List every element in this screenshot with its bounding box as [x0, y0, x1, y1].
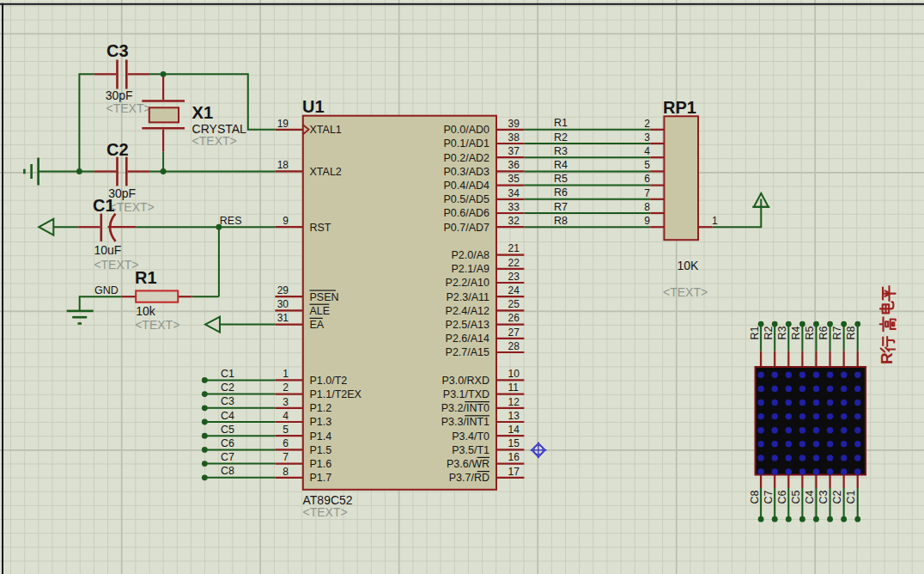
pin-number: 5 — [283, 424, 289, 436]
c3-ref-label: C3 — [106, 41, 129, 60]
pin-number: 28 — [508, 340, 520, 352]
pin-name: P1.6 — [310, 458, 332, 470]
led-dot — [827, 400, 833, 406]
net-label: C7 — [221, 451, 234, 463]
led-matrix[interactable] — [756, 367, 866, 475]
led-dot — [786, 441, 792, 447]
rp1-pin-number: 4 — [644, 145, 650, 157]
matrix-bottom-pin-label: C2 — [831, 490, 843, 504]
junction-dot — [813, 516, 819, 522]
led-dot — [813, 386, 819, 392]
rp1-text-placeholder: <TEXT> — [663, 285, 708, 299]
led-dot — [799, 468, 805, 474]
pin-number: 27 — [508, 327, 520, 339]
led-dot — [813, 372, 819, 378]
pin-name: XTAL1 — [310, 124, 342, 136]
pin-number: 1 — [283, 368, 289, 380]
net-label: R1 — [554, 117, 568, 129]
junction-dot — [202, 461, 208, 467]
pin-name: P3.5/T1 — [452, 444, 489, 456]
pin-number: 10 — [508, 368, 520, 380]
pin-name: P1.4 — [310, 430, 332, 443]
led-dot — [827, 455, 833, 461]
pin-number: 11 — [508, 382, 520, 394]
pin-name: P0.3/AD3 — [443, 166, 489, 178]
led-dot — [841, 455, 847, 461]
pin-number: 30 — [277, 298, 289, 310]
led-dot — [854, 455, 860, 461]
net-label: C4 — [221, 410, 234, 422]
junction-dot — [758, 321, 764, 327]
net-label: C8 — [221, 465, 234, 477]
junction-dot — [841, 321, 847, 327]
pin-name: P0.4/AD4 — [443, 180, 489, 192]
led-dot — [841, 372, 847, 378]
pin-number: 12 — [508, 396, 520, 408]
led-dot — [799, 413, 805, 419]
led-dot — [854, 468, 860, 474]
led-dot — [854, 372, 860, 378]
pin-number: 39 — [508, 118, 520, 130]
led-dot — [786, 386, 792, 392]
schematic-sheet: C3 30pF <TEXT> C2 30pF <TEXT> C1 10uF <T… — [0, 0, 924, 574]
led-dot — [757, 413, 763, 419]
led-dot — [771, 455, 777, 461]
matrix-bottom-pin-label: C5 — [790, 490, 802, 504]
pin-name: P2.6/A14 — [446, 333, 489, 345]
pin-name: P1.7 — [310, 472, 332, 484]
pin-name: P0.6/AD6 — [443, 207, 489, 219]
pin-number: 32 — [508, 215, 520, 227]
pin-number: 21 — [508, 242, 520, 254]
pin-name: P3.1/TXD — [443, 388, 489, 400]
rp1-pin-number: 1 — [712, 215, 718, 227]
r1-body — [136, 290, 178, 302]
c2-ref-label: C2 — [106, 140, 129, 159]
net-label: C1 — [221, 368, 234, 380]
c3-value-label: 30pF — [106, 89, 133, 102]
matrix-top-pin-label: R3 — [776, 326, 788, 339]
pin-number: 15 — [508, 437, 520, 449]
led-dot — [841, 413, 847, 419]
junction-dot — [202, 405, 208, 411]
led-dot — [841, 386, 847, 392]
net-label: R5 — [554, 173, 568, 185]
pin-name: P2.0/A8 — [452, 249, 490, 261]
led-dot — [813, 468, 819, 474]
pin-name: P0.2/AD2 — [443, 152, 489, 164]
led-dot — [771, 386, 777, 392]
junction-dot — [202, 433, 208, 439]
pin-name: P2.4/A12 — [446, 305, 489, 317]
rp1-body — [664, 116, 698, 240]
net-label: R4 — [554, 159, 568, 171]
rp1-pin-number: 7 — [644, 187, 650, 199]
pin-name: P3.2/INT0 — [441, 402, 489, 414]
junction-dot — [827, 321, 833, 327]
pin-name: P2.3/A11 — [446, 291, 489, 303]
junction-dot — [786, 321, 792, 327]
led-dot — [757, 427, 763, 433]
led-dot — [799, 372, 805, 378]
c3-text-placeholder: <TEXT> — [106, 101, 151, 115]
pin-name: P3.0/RXD — [441, 375, 489, 387]
matrix-bottom-pin-label: C7 — [763, 490, 775, 504]
pin-number: 26 — [508, 312, 520, 324]
led-dot — [813, 400, 819, 406]
pin-number: 16 — [508, 451, 520, 463]
pin-number: 3 — [283, 396, 289, 408]
matrix-bottom-pin-label: C8 — [749, 490, 761, 504]
pin-name: PSEN — [310, 291, 339, 303]
led-dot — [827, 427, 833, 433]
pin-name: P0.7/AD7 — [443, 222, 489, 234]
pin-name: P2.5/A13 — [446, 319, 489, 331]
pin-number: 14 — [508, 424, 520, 436]
led-dot — [757, 400, 763, 406]
junction-dot — [202, 447, 208, 453]
junction-dot — [827, 516, 833, 522]
junction-dot — [202, 474, 208, 480]
led-dot — [813, 455, 819, 461]
led-dot — [827, 441, 833, 447]
led-dot — [771, 468, 777, 474]
led-dot — [771, 441, 777, 447]
pin-number: 4 — [283, 410, 289, 422]
led-dot — [757, 455, 763, 461]
